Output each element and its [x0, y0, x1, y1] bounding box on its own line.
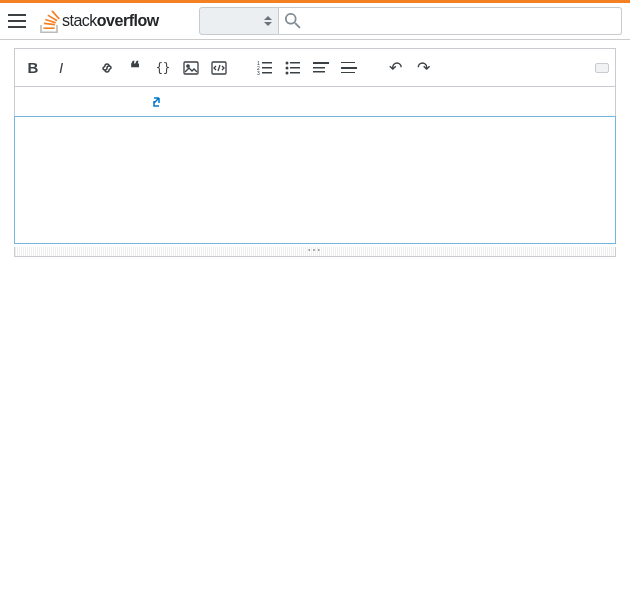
- undo-button[interactable]: ↶: [383, 56, 407, 80]
- italic-button[interactable]: I: [49, 56, 73, 80]
- search-filter[interactable]: [199, 7, 279, 35]
- svg-rect-13: [290, 62, 300, 64]
- redo-button[interactable]: ↷: [411, 56, 435, 80]
- resize-grip[interactable]: [14, 247, 616, 257]
- svg-rect-19: [313, 67, 325, 69]
- olist-button[interactable]: 123: [253, 56, 277, 80]
- editor-textarea[interactable]: [14, 116, 616, 244]
- quote-button[interactable]: ❝: [123, 56, 147, 80]
- svg-point-12: [286, 61, 289, 64]
- svg-rect-17: [290, 72, 300, 74]
- editor-toolbar: B I ❝ {} 123 ↶ ↷: [14, 48, 616, 86]
- svg-rect-21: [341, 62, 355, 63]
- products-link[interactable]: [171, 17, 187, 25]
- bold-button[interactable]: B: [21, 56, 45, 80]
- svg-rect-22: [341, 67, 357, 69]
- help-tabs: [14, 86, 616, 116]
- svg-point-16: [286, 71, 289, 74]
- search-icon: [285, 13, 301, 29]
- svg-rect-11: [262, 72, 272, 74]
- svg-rect-0: [8, 14, 26, 16]
- search-input[interactable]: [305, 14, 615, 29]
- hide-tips-button[interactable]: [595, 63, 609, 73]
- svg-rect-7: [262, 62, 272, 64]
- search-box[interactable]: [279, 7, 622, 35]
- svg-text:3: 3: [257, 70, 260, 75]
- code-button[interactable]: {}: [151, 56, 175, 80]
- menu-icon[interactable]: [8, 14, 26, 28]
- svg-rect-20: [313, 71, 325, 73]
- svg-rect-15: [290, 67, 300, 69]
- svg-rect-23: [341, 72, 355, 73]
- svg-rect-2: [8, 26, 26, 28]
- heading-button[interactable]: [309, 56, 333, 80]
- logo-text: stackoverflow: [62, 12, 159, 30]
- snippet-button[interactable]: [207, 56, 231, 80]
- tab-more[interactable]: [153, 95, 163, 109]
- ulist-button[interactable]: [281, 56, 305, 80]
- svg-point-4: [187, 64, 189, 66]
- logo[interactable]: stackoverflow: [38, 9, 159, 33]
- svg-rect-9: [262, 67, 272, 69]
- svg-rect-18: [313, 62, 329, 64]
- svg-rect-1: [8, 20, 26, 22]
- hr-button[interactable]: [337, 56, 361, 80]
- image-button[interactable]: [179, 56, 203, 80]
- link-button[interactable]: [95, 56, 119, 80]
- svg-point-14: [286, 66, 289, 69]
- svg-rect-3: [184, 62, 198, 74]
